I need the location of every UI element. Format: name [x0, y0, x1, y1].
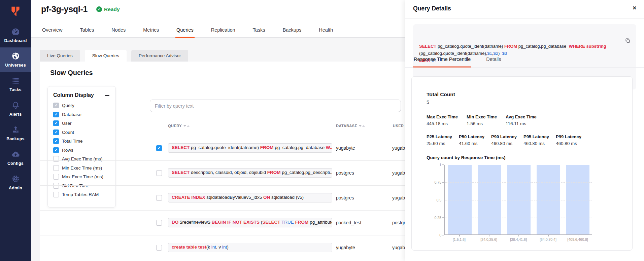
query-filter-input[interactable]: [150, 100, 401, 112]
query-text[interactable]: SELECT description, classoid, objoid, ob…: [168, 168, 332, 178]
sort-icons[interactable]: [359, 125, 365, 127]
stat-max-exec-time: Max Exec Time445.18 ms: [427, 114, 458, 126]
subtab-slow-queries[interactable]: Slow Queries: [85, 50, 127, 62]
tab-metrics[interactable]: Metrics: [142, 24, 160, 38]
y-tick-mark: [442, 217, 444, 218]
stat-label: Min Exec Time: [467, 114, 497, 119]
row-checkbox[interactable]: [156, 245, 162, 251]
chart-title: Query count by Response Time (ms): [427, 155, 617, 160]
yugabyte-logo-icon[interactable]: [0, 0, 31, 23]
details-tab-response-time-percentile[interactable]: Response Time Percentile: [413, 57, 471, 68]
row-checkbox[interactable]: ✓: [156, 145, 162, 151]
subtab-live-queries[interactable]: Live Queries: [40, 50, 80, 62]
row-checkbox[interactable]: [156, 195, 162, 201]
details-tab-details[interactable]: Details: [485, 57, 502, 68]
sort-asc-icon: [362, 125, 365, 127]
column-option-database[interactable]: ✓Database: [53, 112, 110, 117]
sidebar-item-universes[interactable]: Universes: [0, 47, 31, 72]
stat-label: P90 Latency: [491, 134, 518, 139]
tab-health[interactable]: Health: [318, 24, 334, 38]
query-text[interactable]: create table test(k int, v int): [168, 243, 332, 252]
stat-value: 25.60 ms: [427, 141, 453, 146]
column-header-label: QUERY: [168, 124, 182, 128]
sidebar-item-dashboard[interactable]: Dashboard: [0, 23, 31, 47]
stat-label: Avg Exec Time: [506, 114, 537, 119]
sidebar-item-tasks[interactable]: Tasks: [0, 72, 31, 97]
gear-icon: [11, 174, 20, 183]
checkbox-query[interactable]: ✓: [53, 103, 59, 108]
gridline: [445, 182, 592, 183]
percentile-card: Total Count 5 Max Exec Time445.18 msMin …: [411, 76, 633, 251]
query-details-title: Query Details: [413, 5, 451, 12]
sidebar-item-admin[interactable]: Admin: [0, 170, 31, 195]
sort-desc-icon: [183, 125, 186, 127]
stat-value: 1.56 ms: [467, 121, 497, 126]
x-axis-tick-label: [24.0,25.6]: [477, 237, 501, 241]
checkbox-database[interactable]: ✓: [53, 112, 59, 117]
stat-value: 116.11 ms: [506, 121, 537, 126]
sidebar-item-backups[interactable]: Backups: [0, 121, 31, 146]
sidebar-item-configs[interactable]: Configs: [0, 146, 31, 170]
x-tick-mark: [578, 235, 578, 236]
tab-overview[interactable]: Overview: [41, 24, 63, 38]
slow-queries-heading: Slow Queries: [50, 69, 93, 77]
globe-icon: [11, 51, 20, 61]
stat-p25-latency: P25 Latency25.60 ms: [427, 134, 453, 146]
query-text[interactable]: SELECT pg_catalog.quote_ident(datname) F…: [168, 143, 332, 153]
queries-subtabs: Live QueriesSlow QueriesPerformance Advi…: [40, 50, 188, 62]
minus-icon[interactable]: [104, 92, 110, 98]
histogram-bar: [478, 165, 501, 234]
sidebar-item-label: Admin: [9, 186, 22, 190]
sidebar: DashboardUniversesTasksAlertsBackupsConf…: [0, 0, 31, 261]
query-details-panel: Query Details ✕ SELECT pg_catalog.quote_…: [405, 0, 644, 261]
stat-value: 460.80 ms: [491, 141, 518, 146]
column-option-label: Database: [62, 112, 81, 117]
histogram-bar: [448, 165, 472, 234]
x-tick-mark: [518, 235, 519, 236]
database-cell: yugabyte: [336, 245, 355, 250]
stat-value: 445.18 ms: [427, 121, 458, 126]
sql-line: SELECT pg_catalog.quote_ident(datname) F…: [419, 43, 621, 50]
tab-backups[interactable]: Backups: [282, 24, 303, 38]
subtab-performance-advisor[interactable]: Performance Advisor: [131, 50, 188, 62]
stat-label: P25 Latency: [427, 134, 453, 139]
sort-desc-icon: [359, 125, 362, 127]
stat-min-exec-time: Min Exec Time1.56 ms: [467, 114, 497, 126]
response-time-histogram: 00.250.50.751 [1.5,1.6][24.0,25.6][38.4,…: [444, 165, 592, 235]
sidebar-item-label: Universes: [5, 63, 26, 68]
y-axis-tick-label: 1: [428, 163, 441, 167]
row-checkbox[interactable]: [156, 220, 162, 226]
tab-tasks[interactable]: Tasks: [252, 24, 266, 38]
y-axis-tick-label: 0.5: [428, 198, 441, 202]
sql-line: (pg_catalog.quote_ident(datname),$1,$2)=…: [419, 50, 621, 57]
stat-p99-latency: P99 Latency460.80 ms: [556, 134, 582, 146]
status-badge: ✓ Ready: [96, 6, 120, 12]
database-cell: postgres: [336, 170, 354, 176]
database-cell: postgres: [336, 195, 354, 200]
sidebar-item-alerts[interactable]: Alerts: [0, 97, 31, 121]
close-icon[interactable]: ✕: [632, 5, 637, 11]
query-text[interactable]: CREATE INDEX sqldataloadByValuev5_idx5 O…: [168, 193, 332, 202]
row-checkbox[interactable]: [156, 170, 162, 176]
tab-queries[interactable]: Queries: [175, 24, 195, 38]
query-text[interactable]: DO $redefineview$ BEGIN IF NOT EXISTS (S…: [168, 218, 332, 227]
database-cell: yugabyte: [336, 145, 355, 151]
x-axis-tick-label: [38.4,41.6]: [507, 237, 530, 241]
tab-tables[interactable]: Tables: [79, 24, 95, 38]
tab-replication[interactable]: Replication: [210, 24, 236, 38]
tab-nodes[interactable]: Nodes: [110, 24, 127, 38]
y-tick-mark: [442, 200, 444, 200]
sort-icons[interactable]: [183, 125, 190, 127]
y-tick-mark: [442, 182, 444, 183]
universe-title: pf-3g-ysql-1: [41, 4, 88, 14]
copy-icon[interactable]: [625, 28, 632, 35]
column-header-database[interactable]: DATABASE: [336, 124, 365, 128]
column-option-query[interactable]: ✓Query: [53, 103, 110, 108]
sidebar-item-label: Dashboard: [4, 38, 27, 43]
gridline: [445, 218, 592, 218]
x-tick-mark: [489, 235, 489, 236]
column-header-query[interactable]: QUERY: [168, 124, 190, 128]
query-details-tabs: Response Time PercentileDetails: [405, 57, 644, 68]
list-icon: [11, 76, 20, 85]
database-cell: packed_test: [336, 220, 362, 225]
